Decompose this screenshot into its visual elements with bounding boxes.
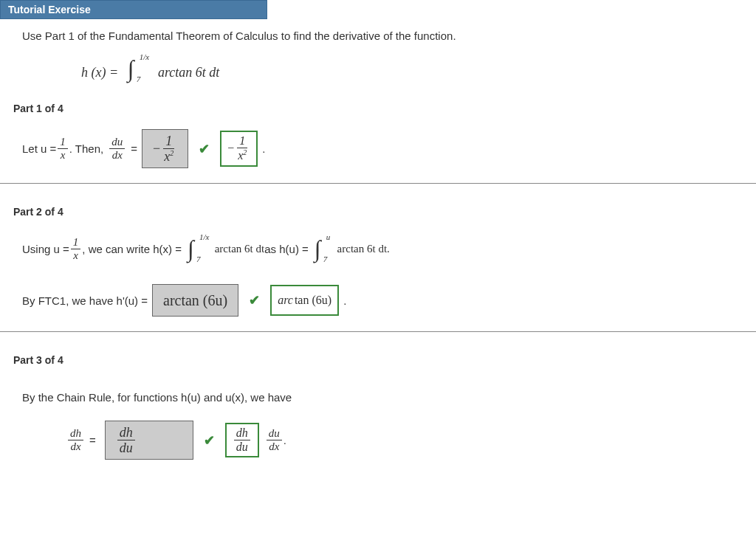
check-icon: ✔ xyxy=(249,292,260,308)
part-2-title: Part 2 of 4 xyxy=(13,206,734,218)
integral-1: ∫ 1/x 7 xyxy=(186,237,196,260)
part-2-line-2: By FTC1, we have h'(u) = arctan (6u) ✔ a… xyxy=(22,284,734,317)
answer-input-2[interactable]: arctan (6u) xyxy=(152,284,238,317)
check-icon: ✔ xyxy=(204,432,215,449)
part-3-line-1: By the Chain Rule, for functions h(u) an… xyxy=(22,381,734,413)
section-title: Tutorial Exercise xyxy=(8,4,91,15)
integrand-1: arctan 6t dt xyxy=(215,243,264,255)
integrand: arctan 6t dt xyxy=(158,65,219,80)
integral-2: ∫ u 7 xyxy=(313,237,323,260)
part-2-line-1: Using u = 1 x , we can write h(x) = ∫ 1/… xyxy=(22,232,734,265)
answer-input-3[interactable]: dh du xyxy=(105,421,193,460)
divider xyxy=(0,183,756,184)
given-lhs: h (x) = xyxy=(81,65,118,80)
answer-input-1[interactable]: − 1 x2 xyxy=(142,129,188,168)
fraction-u-2: 1 x xyxy=(71,237,81,261)
equals: = xyxy=(131,142,137,155)
correct-answer-3: dh du xyxy=(225,423,259,457)
correct-answer-1: − 1 x2 xyxy=(220,131,258,166)
text-ftc1: By FTC1, we have h'(u) = xyxy=(22,294,148,307)
given-function: h (x) = ∫ 1/x 7 arctan 6t dt xyxy=(81,57,734,80)
text-then: . Then, xyxy=(69,142,103,155)
fraction-u: 1 x xyxy=(58,136,68,161)
integral-symbol: ∫ 1/x 7 xyxy=(126,57,136,80)
part-1-title: Part 1 of 4 xyxy=(13,103,734,114)
part-3-title: Part 3 of 4 xyxy=(13,354,734,366)
fraction-dudx: du dx xyxy=(109,136,125,161)
integral-lower: 7 xyxy=(137,75,141,83)
fraction-dudx-2: du dx xyxy=(267,428,282,452)
correct-answer-2: arctan (6u) xyxy=(270,285,339,316)
divider xyxy=(0,331,756,332)
text-using-u: Using u = xyxy=(22,243,69,255)
part-3-line-2: dh dx = dh du ✔ dh du du dx . xyxy=(66,421,734,460)
content-area: Use Part 1 of the Fundamental Theorem of… xyxy=(0,19,756,482)
text-as-hu: as h(u) = xyxy=(264,243,309,255)
text-chain-rule: By the Chain Rule, for functions h(u) an… xyxy=(22,391,292,404)
text-we-can-write: , we can write h(x) = xyxy=(82,243,182,255)
problem-prompt: Use Part 1 of the Fundamental Theorem of… xyxy=(22,30,734,42)
fraction-dhdx: dh dx xyxy=(68,428,83,452)
integral-upper: 1/x xyxy=(140,52,149,61)
text-let-u: Let u = xyxy=(22,142,56,155)
check-icon: ✔ xyxy=(199,141,210,157)
integrand-2: arctan 6t dt. xyxy=(337,243,390,255)
part-1-line: Let u = 1 x . Then, du dx = − 1 x2 ✔ − xyxy=(22,129,734,168)
equals: = xyxy=(89,434,96,446)
section-header: Tutorial Exercise xyxy=(0,0,267,19)
